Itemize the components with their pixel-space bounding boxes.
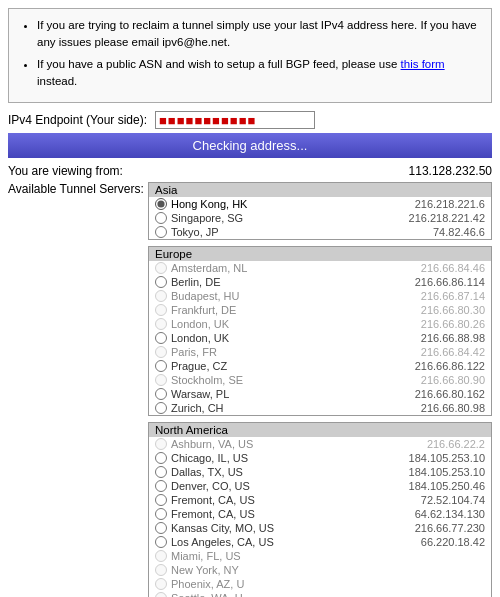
server-radio[interactable] (155, 290, 167, 302)
server-radio[interactable] (155, 276, 167, 288)
server-radio[interactable] (155, 564, 167, 576)
server-ip: 216.66.80.90 (385, 374, 485, 386)
server-row: Miami, FL, US (149, 549, 491, 563)
server-radio[interactable] (155, 536, 167, 548)
server-radio[interactable] (155, 304, 167, 316)
server-ip: 216.66.77.230 (385, 522, 485, 534)
viewing-label: You are viewing from: (8, 164, 123, 178)
this-form-link[interactable]: this form (401, 58, 445, 70)
tunnel-label: Available Tunnel Servers: (8, 182, 148, 597)
server-name: Frankfurt, DE (171, 304, 385, 316)
server-radio[interactable] (155, 592, 167, 597)
server-row: Los Angeles, CA, US66.220.18.42 (149, 535, 491, 549)
server-name: Prague, CZ (171, 360, 385, 372)
server-radio[interactable] (155, 360, 167, 372)
server-name: Los Angeles, CA, US (171, 536, 385, 548)
server-row: Kansas City, MO, US216.66.77.230 (149, 521, 491, 535)
server-radio[interactable] (155, 438, 167, 450)
server-name: Seattle, WA, U (171, 592, 385, 597)
server-name: Fremont, CA, US (171, 508, 385, 520)
server-radio[interactable] (155, 550, 167, 562)
server-radio[interactable] (155, 198, 167, 210)
region-title: North America (149, 423, 491, 437)
server-name: Amsterdam, NL (171, 262, 385, 274)
server-row: Paris, FR216.66.84.42 (149, 345, 491, 359)
server-name: Kansas City, MO, US (171, 522, 385, 534)
server-name: Chicago, IL, US (171, 452, 385, 464)
server-row: Tokyo, JP74.82.46.6 (149, 225, 491, 239)
server-name: London, UK (171, 332, 385, 344)
server-ip: 64.62.134.130 (385, 508, 485, 520)
check-address-button[interactable]: Checking address... (8, 133, 492, 158)
server-radio[interactable] (155, 452, 167, 464)
server-radio[interactable] (155, 466, 167, 478)
server-ip: 216.66.80.26 (385, 318, 485, 330)
server-name: London, UK (171, 318, 385, 330)
server-row: Phoenix, AZ, U (149, 577, 491, 591)
region-group-asia: AsiaHong Kong, HK216.218.221.6Singapore,… (148, 182, 492, 240)
server-name: Berlin, DE (171, 276, 385, 288)
server-radio[interactable] (155, 494, 167, 506)
server-row: Chicago, IL, US184.105.253.10 (149, 451, 491, 465)
server-ip: 216.66.84.42 (385, 346, 485, 358)
server-name: Phoenix, AZ, U (171, 578, 385, 590)
server-name: Miami, FL, US (171, 550, 385, 562)
server-radio[interactable] (155, 332, 167, 344)
server-name: Singapore, SG (171, 212, 385, 224)
server-radio[interactable] (155, 262, 167, 274)
server-ip: 74.82.46.6 (385, 226, 485, 238)
tunnel-section: Available Tunnel Servers: AsiaHong Kong,… (8, 182, 492, 597)
server-radio[interactable] (155, 388, 167, 400)
server-name: Warsaw, PL (171, 388, 385, 400)
server-radio[interactable] (155, 318, 167, 330)
server-row: Berlin, DE216.66.86.114 (149, 275, 491, 289)
server-name: Stockholm, SE (171, 374, 385, 386)
server-name: Denver, CO, US (171, 480, 385, 492)
server-radio[interactable] (155, 212, 167, 224)
server-ip: 72.52.104.74 (385, 494, 485, 506)
server-ip: 66.220.18.42 (385, 536, 485, 548)
region-group-north-america: North AmericaAshburn, VA, US216.66.22.2C… (148, 422, 492, 597)
server-row: Singapore, SG216.218.221.42 (149, 211, 491, 225)
server-ip: 216.66.86.122 (385, 360, 485, 372)
server-ip: 216.66.22.2 (385, 438, 485, 450)
viewing-row: You are viewing from: 113.128.232.50 (8, 164, 492, 178)
server-row: Zurich, CH216.66.80.98 (149, 401, 491, 415)
server-radio[interactable] (155, 522, 167, 534)
server-radio[interactable] (155, 508, 167, 520)
server-radio[interactable] (155, 578, 167, 590)
server-name: Budapest, HU (171, 290, 385, 302)
endpoint-input[interactable] (155, 111, 315, 129)
server-ip: 216.66.86.114 (385, 276, 485, 288)
info-line-1: If you are trying to reclaim a tunnel si… (37, 17, 481, 52)
server-row: Stockholm, SE216.66.80.90 (149, 373, 491, 387)
viewing-ip: 113.128.232.50 (409, 164, 492, 178)
server-radio[interactable] (155, 374, 167, 386)
server-radio[interactable] (155, 226, 167, 238)
server-row: London, UK216.66.88.98 (149, 331, 491, 345)
server-row: London, UK216.66.80.26 (149, 317, 491, 331)
endpoint-row: IPv4 Endpoint (Your side): (8, 111, 492, 129)
server-row: Warsaw, PL216.66.80.162 (149, 387, 491, 401)
server-name: Hong Kong, HK (171, 198, 385, 210)
tunnel-groups: AsiaHong Kong, HK216.218.221.6Singapore,… (148, 182, 492, 597)
server-radio[interactable] (155, 402, 167, 414)
server-ip: 184.105.253.10 (385, 452, 485, 464)
server-ip: 216.66.87.14 (385, 290, 485, 302)
server-radio[interactable] (155, 346, 167, 358)
info-line-2: If you have a public ASN and wish to set… (37, 56, 481, 91)
server-row: Seattle, WA, U (149, 591, 491, 597)
server-radio[interactable] (155, 480, 167, 492)
server-row: Ashburn, VA, US216.66.22.2 (149, 437, 491, 451)
server-name: Dallas, TX, US (171, 466, 385, 478)
server-row: Denver, CO, US184.105.250.46 (149, 479, 491, 493)
server-row: Dallas, TX, US184.105.253.10 (149, 465, 491, 479)
server-name: Zurich, CH (171, 402, 385, 414)
server-row: Fremont, CA, US64.62.134.130 (149, 507, 491, 521)
server-row: Hong Kong, HK216.218.221.6 (149, 197, 491, 211)
server-name: Fremont, CA, US (171, 494, 385, 506)
server-row: Amsterdam, NL216.66.84.46 (149, 261, 491, 275)
server-row: Fremont, CA, US72.52.104.74 (149, 493, 491, 507)
server-ip: 216.66.80.30 (385, 304, 485, 316)
server-ip: 184.105.253.10 (385, 466, 485, 478)
